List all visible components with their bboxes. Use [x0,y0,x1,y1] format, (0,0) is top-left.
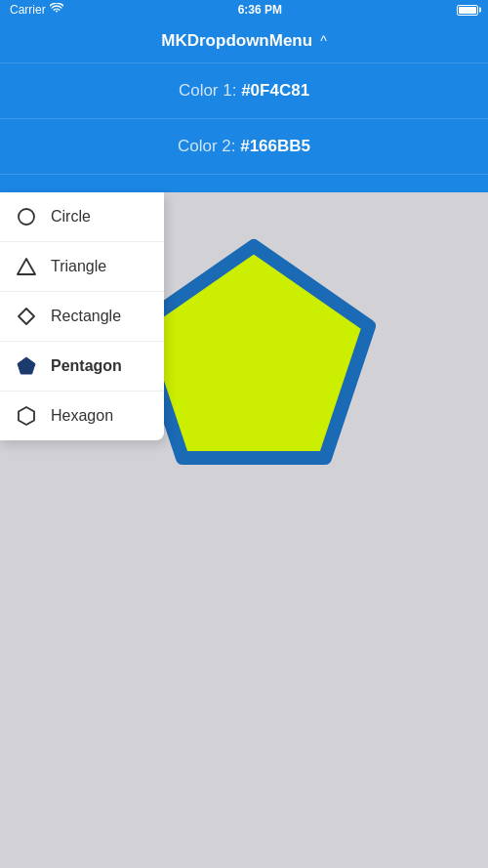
svg-marker-4 [18,357,35,374]
status-bar: Carrier 6:36 PM [0,0,488,20]
pentagon-label: Pentagon [51,357,122,375]
wifi-icon [50,3,63,17]
shape-item-circle[interactable]: Circle [0,192,164,242]
pentagon-icon [16,355,37,377]
hexagon-icon [16,405,37,427]
shape-item-triangle[interactable]: Triangle [0,242,164,292]
hexagon-label: Hexagon [51,407,113,425]
color-1-label: Color 1: [179,81,241,100]
rectangle-label: Rectangle [51,308,121,325]
svg-marker-0 [139,246,369,458]
shape-item-hexagon[interactable]: Hexagon [0,392,164,440]
svg-point-1 [19,209,34,225]
shape-item-rectangle[interactable]: Rectangle [0,292,164,342]
svg-marker-2 [18,259,35,274]
app-title: MKDropdownMenu [161,31,312,51]
triangle-icon [16,256,37,277]
color-1-value: #0F4C81 [241,81,309,100]
title-caret-icon[interactable]: ^ [320,33,327,49]
color-2-label: Color 2: [178,137,240,155]
status-time: 6:36 PM [238,3,282,17]
triangle-label: Triangle [51,258,106,275]
circle-label: Circle [51,208,91,226]
battery-icon [457,5,478,16]
svg-marker-5 [19,407,34,425]
color-item-2[interactable]: Color 2: #166BB5 [0,118,488,174]
svg-marker-3 [19,309,34,324]
title-bar: MKDropdownMenu ^ [0,20,488,62]
rectangle-icon [16,306,37,327]
shape-dropdown-list: Circle Triangle Rectangle Pentagon [0,192,164,440]
carrier-text: Carrier [10,3,46,17]
color-2-value: #166BB5 [240,137,310,155]
shape-item-pentagon[interactable]: Pentagon [0,342,164,392]
color-item-1[interactable]: Color 1: #0F4C81 [0,62,488,118]
circle-icon [16,206,37,227]
carrier-info: Carrier [10,3,63,17]
